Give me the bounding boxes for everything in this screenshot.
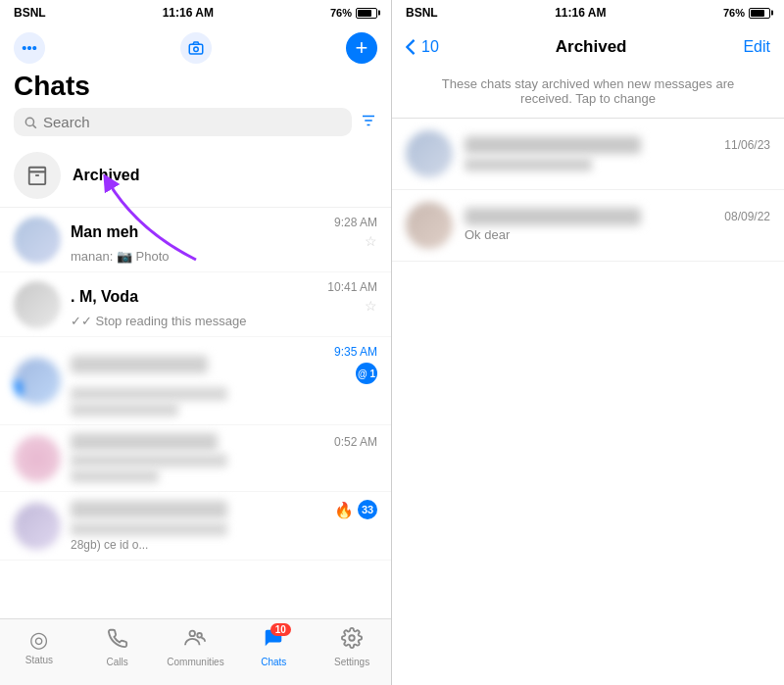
left-tab-bar: ◎ Status Calls Communities	[0, 618, 391, 685]
chat-preview-3b	[71, 403, 178, 416]
search-bar	[14, 108, 352, 136]
chats-badge: 10	[270, 623, 291, 636]
chat-meta-1: 9:28 AM ☆	[334, 216, 377, 249]
chat-preview-text-2: ✓✓ Stop reading this message	[71, 314, 247, 328]
archived-date-2: 08/09/22	[724, 210, 770, 223]
archived-avatar-2	[406, 202, 453, 249]
right-status-icons: 76%	[723, 7, 770, 19]
chat-time-2: 10:41 AM	[327, 280, 377, 294]
avatar-5	[14, 503, 61, 550]
search-icon	[24, 116, 37, 129]
chat-preview-2: ✓✓ Stop reading this message	[71, 314, 377, 328]
svg-point-13	[349, 635, 355, 641]
archived-avatar-1	[406, 130, 453, 177]
chat-name-3: blurredname	[71, 356, 208, 373]
archived-preview-2: Ok dear	[465, 227, 510, 242]
badge-5: 33	[358, 500, 377, 519]
archived-date-1: 11/06/23	[724, 138, 770, 152]
archived-header: 10 Archived Edit	[392, 25, 784, 69]
filter-button[interactable]	[360, 112, 377, 132]
chat-meta-2: 10:41 AM ☆	[327, 280, 377, 314]
svg-point-5	[25, 118, 33, 125]
battery-icon	[356, 8, 377, 19]
archived-row[interactable]: Archived	[0, 144, 391, 208]
svg-point-1	[28, 47, 30, 49]
right-carrier: BSNL	[406, 6, 438, 20]
tab-calls[interactable]: Calls	[78, 627, 157, 667]
svg-line-6	[33, 124, 36, 127]
archived-chat-2[interactable]: 08/09/22 Ok dear	[392, 190, 784, 262]
tab-chats[interactable]: 10 Chats	[234, 627, 313, 667]
avatar-4	[14, 435, 61, 482]
star-icon-2: ☆	[365, 298, 377, 314]
avatar-1	[14, 217, 61, 264]
chat-item-3[interactable]: blurredname 9:35 AM @ 1	[0, 337, 391, 425]
svg-point-11	[190, 631, 196, 637]
left-status-bar: BSNL 11:16 AM 76%	[0, 0, 391, 25]
chat-item-5[interactable]: blurredname5 🔥 33 28gb) ce id o...	[0, 492, 391, 561]
compose-button[interactable]: +	[346, 32, 377, 64]
chat-item-1[interactable]: Man meh 9:28 AM ☆ manan: 📷 Photo	[0, 208, 391, 272]
left-carrier: BSNL	[14, 6, 46, 20]
camera-button[interactable]	[180, 32, 212, 64]
calls-icon	[107, 627, 128, 655]
tab-chats-label: Chats	[261, 657, 286, 667]
chat-name-5: blurredname5	[71, 501, 227, 518]
chat-preview-5b: 28gb) ce id o...	[71, 538, 377, 552]
chat-info-4: blurredname4 0:52 AM	[71, 433, 377, 483]
tab-settings-label: Settings	[334, 657, 369, 667]
chat-time-4: 0:52 AM	[334, 435, 377, 449]
edit-button[interactable]: Edit	[743, 38, 770, 56]
archived-name-1	[465, 136, 641, 154]
ellipsis-button[interactable]	[14, 32, 45, 64]
archived-info-2: 08/09/22 Ok dear	[465, 208, 770, 243]
star-icon-1: ☆	[365, 233, 377, 249]
svg-point-12	[198, 633, 203, 638]
badge-3: @ 1	[356, 363, 377, 384]
archived-chat-1[interactable]: 11/06/23	[392, 119, 784, 190]
tab-communities[interactable]: Communities	[157, 627, 235, 667]
back-button[interactable]: 10	[406, 38, 439, 56]
chat-item-2[interactable]: . M, Voda 10:41 AM ☆ ✓✓ Stop reading thi…	[0, 272, 391, 337]
chat-preview-text-1: manan: 📷 Photo	[71, 249, 170, 264]
chats-title: Chats	[0, 69, 391, 108]
flame-icon: 🔥	[334, 501, 354, 519]
chat-info-5: blurredname5 🔥 33 28gb) ce id o...	[71, 500, 377, 552]
tab-status[interactable]: ◎ Status	[0, 627, 78, 665]
right-panel: BSNL 11:16 AM 76% 10 Archived Edit These…	[392, 0, 784, 685]
tab-calls-label: Calls	[107, 657, 128, 667]
chat-name-4: blurredname4	[71, 433, 218, 451]
chat-item-4[interactable]: blurredname4 0:52 AM	[0, 425, 391, 492]
tab-settings[interactable]: Settings	[313, 627, 391, 667]
avatar-3	[14, 358, 61, 405]
settings-icon	[341, 627, 363, 655]
archived-preview-1	[465, 158, 592, 171]
search-input[interactable]	[43, 114, 342, 130]
archived-info-1: 11/06/23	[465, 136, 770, 171]
archived-name-2	[465, 208, 641, 225]
chat-info-3: blurredname 9:35 AM @ 1	[71, 345, 377, 416]
back-count: 10	[421, 38, 439, 56]
archived-note: These chats stay archived when new messa…	[392, 69, 784, 119]
svg-point-2	[33, 47, 35, 49]
archived-icon	[14, 152, 61, 199]
battery-percent: 76%	[330, 7, 352, 19]
status-icon: ◎	[29, 627, 48, 653]
right-status-bar: BSNL 11:16 AM 76%	[392, 0, 784, 25]
left-time: 11:16 AM	[163, 6, 214, 20]
avatar-2	[14, 281, 61, 328]
right-time: 11:16 AM	[555, 6, 606, 20]
chat-preview-1: manan: 📷 Photo	[71, 249, 377, 264]
chat-preview-3	[71, 387, 227, 401]
right-battery-icon	[749, 8, 770, 19]
chat-info-1: Man meh 9:28 AM ☆ manan: 📷 Photo	[71, 216, 377, 264]
chat-name-1: Man meh	[71, 223, 138, 241]
left-status-icons: 76%	[330, 7, 377, 19]
chat-info-2: . M, Voda 10:41 AM ☆ ✓✓ Stop reading thi…	[71, 280, 377, 328]
chats-header: +	[0, 25, 391, 69]
chat-preview-4b	[71, 469, 159, 483]
communities-icon	[184, 627, 206, 655]
chat-time-3: 9:35 AM	[334, 345, 377, 359]
svg-point-0	[24, 47, 25, 49]
archived-label: Archived	[73, 167, 139, 184]
